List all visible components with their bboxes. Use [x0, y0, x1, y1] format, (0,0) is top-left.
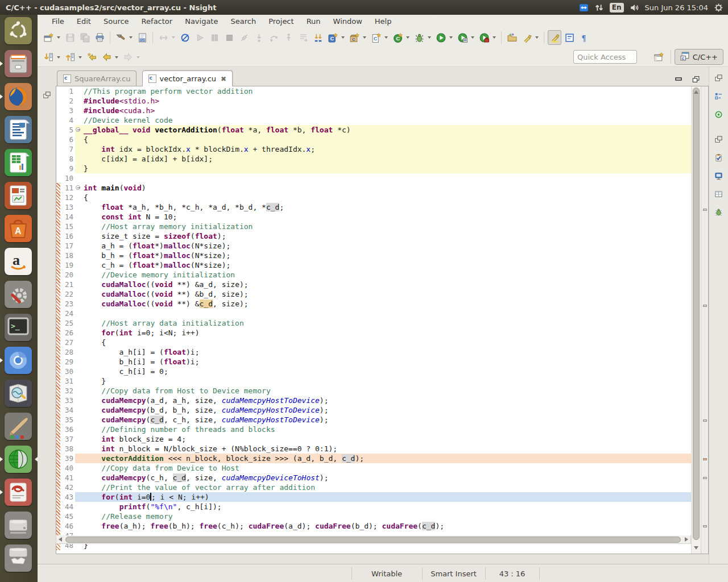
- code-text[interactable]: //Copy data from Host to Device memory: [82, 386, 692, 396]
- line-number[interactable]: 27: [60, 338, 75, 347]
- code-text[interactable]: //Host array memory initialization: [82, 222, 692, 231]
- fold-column[interactable]: [75, 318, 82, 328]
- fold-column[interactable]: [75, 434, 82, 444]
- code-line[interactable]: 3#include<cuda.h>: [56, 106, 692, 115]
- code-text[interactable]: cudaMemcpy(b_d, b_h, size, cudaMemcpyHos…: [82, 405, 692, 415]
- fold-column[interactable]: [75, 415, 82, 425]
- line-number[interactable]: 14: [60, 212, 75, 222]
- line-number[interactable]: 23: [60, 299, 75, 309]
- fold-column[interactable]: [75, 96, 82, 106]
- code-text[interactable]: c_h[i] = 0;: [82, 367, 692, 376]
- code-line[interactable]: 39 vectorAddition <<< n_block, block_siz…: [56, 454, 692, 463]
- save-button[interactable]: [63, 30, 77, 45]
- fold-column[interactable]: [75, 512, 82, 521]
- previous-annotation-dropdown[interactable]: [77, 50, 83, 65]
- code-text[interactable]: a_h[i] = (float)i;: [82, 347, 692, 357]
- line-number[interactable]: 15: [60, 222, 75, 231]
- fold-column[interactable]: [75, 144, 82, 154]
- debug-view-button[interactable]: [713, 206, 725, 218]
- teamviewer-icon[interactable]: [579, 1, 589, 14]
- show-selected-element-button[interactable]: [562, 30, 576, 45]
- code-line[interactable]: 29 b_h[i] = (float)i;: [56, 357, 692, 367]
- line-number[interactable]: 36: [60, 425, 75, 434]
- code-text[interactable]: #include<cuda.h>: [82, 106, 692, 115]
- code-line[interactable]: 10: [56, 173, 692, 183]
- scroll-down-arrow[interactable]: [694, 546, 698, 550]
- launch-mode-dropdown[interactable]: [171, 30, 176, 45]
- code-text[interactable]: {: [82, 193, 692, 202]
- code-text[interactable]: cudaMalloc((void **) &c_d, size);: [82, 299, 692, 309]
- fold-column[interactable]: [75, 454, 82, 463]
- fold-column[interactable]: [75, 86, 82, 96]
- line-number[interactable]: 41: [60, 473, 75, 483]
- code-line[interactable]: 24: [56, 309, 692, 318]
- code-line[interactable]: 26 for(int i=0; i<N; i++): [56, 328, 692, 338]
- occurrence-marker[interactable]: [703, 209, 707, 211]
- forward-button[interactable]: [121, 50, 135, 65]
- outline-view-button[interactable]: [713, 90, 725, 102]
- code-line[interactable]: 42 //Print the value of vector array aft…: [56, 483, 692, 492]
- next-annotation-button[interactable]: [42, 50, 55, 65]
- code-text[interactable]: b_h[i] = (float)i;: [82, 357, 692, 367]
- launcher-disk-utility[interactable]: [5, 512, 32, 539]
- code-line[interactable]: 12{: [56, 193, 692, 202]
- fold-column[interactable]: [75, 483, 82, 492]
- close-tab-icon[interactable]: ✖: [220, 75, 226, 83]
- launcher-terminal[interactable]: >_: [5, 314, 32, 341]
- scroll-left-arrow[interactable]: [59, 537, 62, 542]
- fold-column[interactable]: [75, 270, 82, 280]
- new-source-file-button[interactable]: C: [369, 30, 383, 45]
- code-text[interactable]: {: [82, 338, 692, 347]
- code-text[interactable]: cudaMalloc((void **) &b_d, size);: [82, 289, 692, 299]
- binary-file-button[interactable]: 010: [135, 30, 149, 45]
- launcher-software-center[interactable]: A: [5, 215, 32, 242]
- line-number[interactable]: 3: [60, 106, 75, 115]
- external-tools-button[interactable]: [477, 30, 491, 45]
- line-number[interactable]: 42: [60, 483, 75, 492]
- code-line[interactable]: 37 int block_size = 4;: [56, 434, 692, 444]
- code-text[interactable]: __global__ void vectorAddition(float *a,…: [82, 125, 692, 135]
- fold-column[interactable]: [75, 193, 82, 202]
- disconnect-button[interactable]: [237, 30, 251, 45]
- menu-window[interactable]: Window: [327, 16, 369, 27]
- fold-column[interactable]: [75, 299, 82, 309]
- tasks-view-button[interactable]: [713, 151, 725, 164]
- code-line[interactable]: 43 for(int i=0; i < N; i++): [56, 492, 692, 502]
- code-text[interactable]: int idx = blockIdx.x * blockDim.x + thre…: [82, 144, 692, 154]
- code-line[interactable]: 33 cudaMemcpy(a_d, a_h, size, cudaMemcpy…: [56, 396, 692, 405]
- code-line[interactable]: 8 c[idx] = a[idx] + b[idx];: [56, 154, 692, 164]
- launcher-amazon[interactable]: a: [5, 248, 32, 275]
- open-resource-button[interactable]: [505, 30, 519, 45]
- volume-icon[interactable]: [630, 1, 639, 14]
- launcher-trash[interactable]: [5, 544, 32, 572]
- launcher-document-viewer[interactable]: [5, 479, 32, 506]
- code-text[interactable]: //Defining number of threads and blocks: [82, 425, 692, 434]
- code-line[interactable]: 18 b_h = (float*)malloc(N*size);: [56, 251, 692, 260]
- code-line[interactable]: 32 //Copy data from Host to Device memor…: [56, 386, 692, 396]
- vertical-scrollbar[interactable]: [691, 86, 701, 554]
- new-cpp-class-dropdown[interactable]: [340, 30, 346, 45]
- code-line[interactable]: 34 cudaMemcpy(b_d, b_h, size, cudaMemcpy…: [56, 405, 692, 415]
- launcher-pinta[interactable]: [5, 413, 32, 440]
- horizontal-scrollbar[interactable]: [56, 535, 691, 544]
- line-number[interactable]: 45: [60, 512, 75, 521]
- menu-refactor[interactable]: Refactor: [135, 16, 179, 27]
- keyboard-layout-icon[interactable]: En: [610, 1, 624, 14]
- new-cpp-project-dropdown[interactable]: [362, 30, 367, 45]
- fold-column[interactable]: [75, 502, 82, 512]
- restore-left-views-button[interactable]: [40, 89, 53, 101]
- line-number[interactable]: 12: [60, 193, 75, 202]
- code-line[interactable]: 13 float *a_h, *b_h, *c_h, *a_d, *b_d, *…: [56, 202, 692, 212]
- vertical-scrollbar-thumb[interactable]: [693, 88, 700, 540]
- fold-column[interactable]: [75, 106, 82, 115]
- code-text[interactable]: cudaMemcpy(a_d, a_h, size, cudaMemcpyHos…: [82, 396, 692, 405]
- debug-dropdown[interactable]: [427, 30, 432, 45]
- code-line[interactable]: 25 //Host array data initialization: [56, 318, 692, 328]
- line-number[interactable]: 6: [60, 135, 75, 144]
- line-number[interactable]: 38: [60, 444, 75, 454]
- fold-column[interactable]: [75, 241, 82, 251]
- line-number[interactable]: 29: [60, 357, 75, 367]
- code-area[interactable]: 1//This program perform vector addition2…: [56, 86, 692, 554]
- tab-vector_array.cu[interactable]: vector_array.cu✖: [142, 70, 233, 86]
- input-switcher-icon[interactable]: [594, 1, 604, 14]
